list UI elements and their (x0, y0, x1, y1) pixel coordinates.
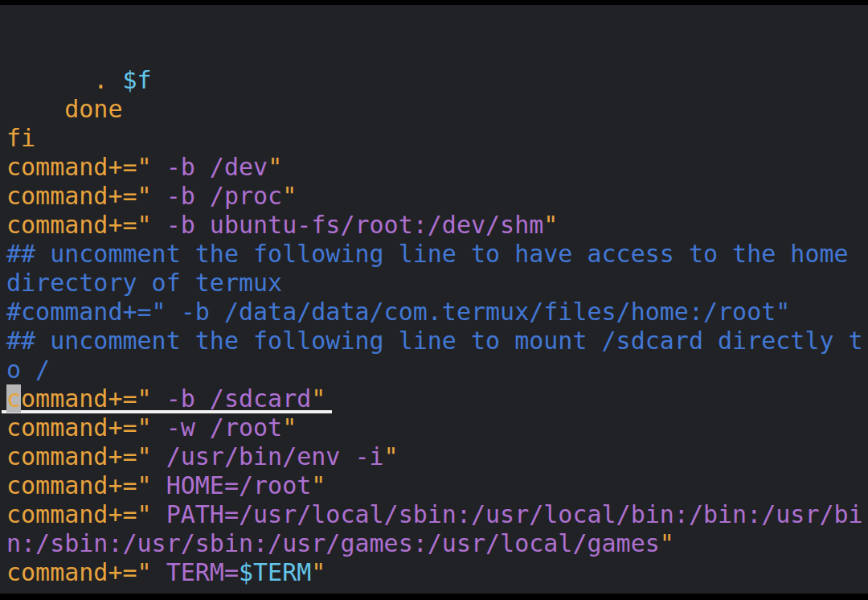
code-segment: -b /proc (152, 182, 283, 210)
code-segment: command+=" (6, 442, 152, 471)
code-segment: n:/sbin:/usr/sbin:/usr/games:/usr/local/… (6, 529, 660, 557)
code-segment: command+=" (6, 182, 152, 210)
code-segment: $TERM (239, 558, 311, 586)
code-segment: PATH=/usr/local/sbin:/usr/local/bin:/bin… (152, 500, 863, 528)
line-content: fi (6, 124, 35, 152)
line-content: directory of termux (6, 269, 282, 297)
editor-line[interactable]: command+=" -b /dev" (6, 153, 868, 182)
line-content: command+=" -b /proc" (6, 182, 297, 210)
line-content: n:/sbin:/usr/sbin:/usr/games:/usr/local/… (6, 529, 674, 557)
code-segment: ## uncomment the following line to have … (6, 240, 863, 268)
line-content: ## uncomment the following line to mount… (6, 327, 863, 355)
editor-line[interactable]: command+=" -b /sdcard" (6, 384, 868, 413)
code-segment: command+=" (6, 211, 152, 239)
line-content: o / (6, 355, 50, 384)
terminal-screen[interactable]: . $f doneficommand+=" -b /dev"command+="… (0, 5, 868, 594)
line-content: #command+=" -b /data/data/com.termux/fil… (6, 298, 790, 326)
code-segment: -b ubuntu-fs/root:/dev/shm (152, 211, 544, 239)
editor-area[interactable]: . $f doneficommand+=" -b /dev"command+="… (6, 66, 868, 587)
code-segment: command+=" (6, 471, 152, 499)
code-segment: " (282, 182, 297, 210)
block-cursor: c (6, 384, 21, 413)
editor-line[interactable]: o / (6, 355, 868, 384)
line-content: . $f (6, 66, 152, 94)
line-content: command+=" HOME=/root" (6, 471, 326, 499)
code-segment: fi (6, 124, 35, 152)
code-segment: TERM= (152, 558, 239, 586)
editor-line[interactable]: . $f (6, 66, 868, 95)
editor-line[interactable]: command+=" -b /proc" (6, 182, 868, 211)
editor-line[interactable]: ## uncomment the following line to have … (6, 240, 868, 269)
code-segment: directory of termux (6, 269, 282, 297)
code-segment: " (311, 471, 326, 499)
editor-line[interactable]: directory of termux (6, 269, 868, 298)
line-content: command+=" PATH=/usr/local/sbin:/usr/loc… (6, 500, 863, 528)
code-segment: " (660, 529, 674, 557)
line-content: done (6, 95, 123, 123)
editor-line[interactable]: command+=" /usr/bin/env -i" (6, 442, 868, 471)
editor-line[interactable]: command+=" PATH=/usr/local/sbin:/usr/loc… (6, 500, 868, 529)
code-segment: command+=" (6, 558, 152, 586)
code-segment: #command+=" -b /data/data/com.termux/fil… (6, 298, 790, 326)
code-segment: command+=" (6, 413, 152, 442)
editor-line[interactable]: command+=" TERM=$TERM" (6, 558, 868, 587)
code-segment: ommand+=" (21, 384, 152, 413)
code-segment: command+=" (6, 500, 152, 528)
code-segment: $f (123, 66, 152, 94)
code-segment: " (384, 442, 399, 471)
code-segment: HOME=/root (152, 471, 312, 499)
code-segment: ## uncomment the following line to mount… (6, 327, 863, 355)
code-segment: " (282, 413, 297, 442)
code-segment: " (543, 211, 558, 239)
code-segment: " (268, 153, 282, 181)
code-segment: . (6, 66, 123, 94)
editor-line[interactable]: #command+=" -b /data/data/com.termux/fil… (6, 298, 868, 327)
line-content: ## uncomment the following line to have … (6, 240, 863, 268)
code-segment: command+=" (6, 153, 152, 181)
line-content: command+=" -w /root" (6, 413, 297, 442)
editor-line[interactable]: command+=" -b ubuntu-fs/root:/dev/shm" (6, 211, 868, 240)
code-segment: done (6, 95, 123, 123)
editor-line[interactable]: done (6, 95, 868, 124)
cursor-line: command+=" -b /sdcard" (2, 384, 332, 413)
editor-line[interactable]: fi (6, 124, 868, 153)
editor-line[interactable]: command+=" HOME=/root" (6, 471, 868, 500)
editor-line[interactable]: n:/sbin:/usr/sbin:/usr/games:/usr/local/… (6, 529, 868, 558)
editor-line[interactable]: command+=" -w /root" (6, 413, 868, 442)
editor-line[interactable]: ## uncomment the following line to mount… (6, 327, 868, 355)
code-segment: -w /root (152, 413, 283, 442)
code-segment: -b /sdcard (152, 384, 312, 413)
code-segment: " (311, 558, 326, 586)
code-segment: /usr/bin/env -i (152, 442, 384, 471)
line-content: command+=" -b ubuntu-fs/root:/dev/shm" (6, 211, 558, 239)
code-segment: " (311, 384, 326, 413)
line-content: command+=" TERM=$TERM" (6, 558, 326, 586)
code-segment: -b /dev (152, 153, 268, 181)
code-segment: o / (6, 355, 50, 384)
line-content: command+=" /usr/bin/env -i" (6, 442, 399, 471)
line-content: command+=" -b /dev" (6, 153, 282, 181)
